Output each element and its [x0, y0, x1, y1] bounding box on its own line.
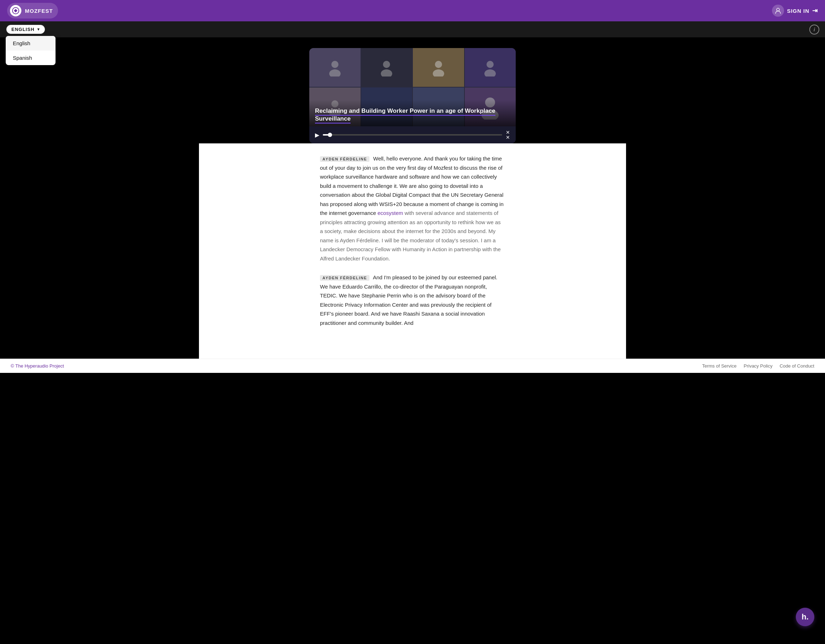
user-icon — [772, 5, 784, 17]
info-icon: i — [814, 27, 815, 32]
mozfest-logo-button[interactable]: MOZFEST — [7, 3, 58, 19]
video-cell-3 — [413, 48, 464, 87]
app-header: MOZFEST SIGN IN ⇥ — [0, 0, 825, 22]
svg-point-10 — [484, 69, 496, 77]
transcript-text-1b: with several advance and statements of p… — [320, 210, 501, 261]
svg-point-8 — [433, 69, 444, 77]
transcript-text-2: And I'm pleased to be joined by our este… — [320, 274, 497, 326]
video-cell-4 — [465, 48, 516, 87]
video-cell-1 — [309, 48, 360, 87]
sign-in-button[interactable]: SIGN IN ⇥ — [772, 5, 818, 17]
page-footer: © The Hyperaudio Project Terms of Servic… — [0, 359, 825, 373]
svg-point-7 — [435, 61, 442, 68]
info-button[interactable]: i — [810, 25, 819, 34]
expand-button[interactable]: ✕✕ — [506, 130, 510, 140]
language-option-spanish[interactable]: Spanish — [6, 51, 56, 65]
hyperaudio-link[interactable]: © The Hyperaudio Project — [11, 363, 64, 369]
svg-point-1 — [15, 9, 17, 12]
svg-point-6 — [381, 69, 392, 77]
speaker-tag-2: AYDEN FÉRDELINE — [320, 275, 369, 281]
svg-point-9 — [487, 61, 494, 68]
language-dropdown-wrapper: ENGLISH ▾ English Spanish — [6, 24, 46, 34]
video-player: Reclaiming and Building Worker Power in … — [309, 48, 516, 144]
progress-bar-fill — [323, 134, 330, 136]
transcript-text-1a: Well, hello everyone. And thank you for … — [320, 156, 504, 216]
language-option-english[interactable]: English — [6, 36, 56, 51]
fab-icon: h. — [802, 612, 809, 622]
video-cell-2 — [361, 48, 412, 87]
privacy-link[interactable]: Privacy Policy — [744, 363, 772, 369]
progress-knob — [328, 133, 332, 137]
video-thumbnail: Reclaiming and Building Worker Power in … — [309, 48, 516, 126]
ecosystem-link[interactable]: ecosystem — [378, 210, 403, 216]
chevron-down-icon: ▾ — [37, 27, 40, 32]
svg-point-2 — [777, 8, 779, 11]
svg-point-3 — [331, 61, 338, 68]
sign-in-label: SIGN IN — [787, 8, 810, 14]
header-left: MOZFEST — [7, 3, 58, 19]
main-content: Reclaiming and Building Worker Power in … — [0, 37, 825, 359]
language-dropdown-menu: English Spanish — [6, 36, 56, 65]
svg-point-5 — [383, 61, 390, 68]
mozfest-title: MOZFEST — [25, 8, 53, 14]
language-btn-label: ENGLISH — [11, 27, 34, 32]
video-controls: ▶ ✕✕ — [309, 126, 516, 144]
video-title: Reclaiming and Building Worker Power in … — [315, 107, 496, 124]
terms-link[interactable]: Terms of Service — [702, 363, 737, 369]
video-overlay: Reclaiming and Building Worker Power in … — [309, 100, 516, 126]
svg-point-4 — [329, 69, 341, 77]
transcript-paragraph-1: AYDEN FÉRDELINE Well, hello everyone. An… — [320, 154, 505, 263]
footer-links: Terms of Service Privacy Policy Code of … — [702, 363, 814, 369]
language-dropdown-button[interactable]: ENGLISH ▾ — [6, 24, 46, 34]
mozfest-logo-icon — [10, 5, 22, 16]
speaker-tag-1: AYDEN FÉRDELINE — [320, 156, 369, 162]
progress-bar[interactable] — [323, 134, 502, 136]
fab-button[interactable]: h. — [796, 608, 814, 626]
conduct-link[interactable]: Code of Conduct — [779, 363, 814, 369]
transcript-paragraph-2: AYDEN FÉRDELINE And I'm pleased to be jo… — [320, 273, 505, 327]
toolbar: ENGLISH ▾ English Spanish i — [0, 22, 825, 37]
transcript-area: AYDEN FÉRDELINE Well, hello everyone. An… — [199, 144, 626, 359]
sign-in-arrow-icon: ⇥ — [812, 7, 818, 15]
play-button[interactable]: ▶ — [315, 132, 319, 138]
